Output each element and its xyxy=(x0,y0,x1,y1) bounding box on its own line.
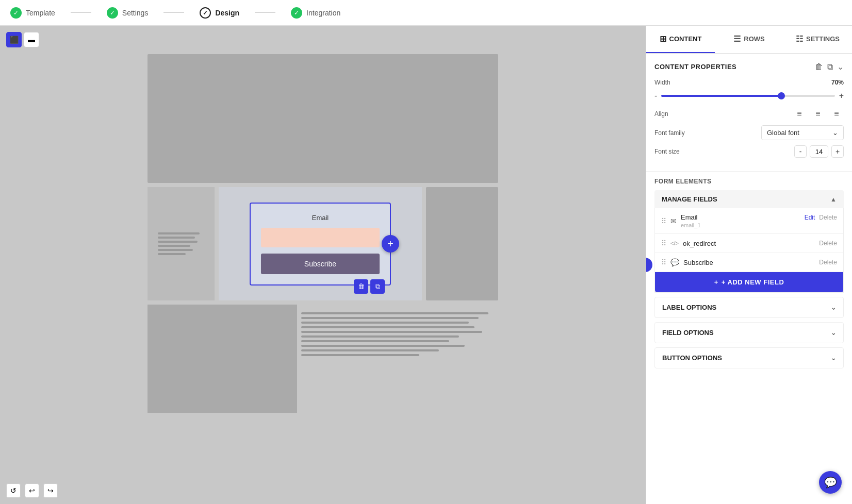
collapse-icon[interactable]: ⌄ xyxy=(837,62,844,72)
add-field-label: + ADD NEW FIELD xyxy=(722,278,784,286)
width-plus-btn[interactable]: + xyxy=(839,91,844,100)
form-element: Email Subscribe + 🗑 ⧉ xyxy=(250,203,391,285)
field-options-title: FIELD OPTIONS xyxy=(662,329,714,337)
width-slider[interactable] xyxy=(661,95,834,97)
field-subscribe-actions: Delete xyxy=(819,259,837,266)
nav-step-settings[interactable]: ✓ Settings xyxy=(107,7,149,19)
right-panel: › ⊞ CONTENT ☰ ROWS ☷ SETTINGS CONTENT PR… xyxy=(646,26,852,504)
align-right-btn[interactable]: ≡ xyxy=(829,108,844,120)
delete-icon[interactable]: 🗑 xyxy=(815,62,823,72)
width-minus-btn[interactable]: - xyxy=(654,91,657,100)
align-label: Align xyxy=(654,110,668,117)
tab-rows[interactable]: ☰ ROWS xyxy=(715,26,783,53)
form-elements-section: FORM ELEMENTS MANAGE FIELDS ▲ ⠿ ✉ Email xyxy=(646,172,852,379)
field-subscribe-delete-btn[interactable]: Delete xyxy=(819,259,837,266)
field-redirect-name: ok_redirect xyxy=(683,240,819,247)
nav-line-1 xyxy=(71,12,91,13)
font-family-label: Font family xyxy=(654,129,685,137)
field-row-email: ⠿ ✉ Email Edit Delete email_1 xyxy=(655,208,843,234)
text-line xyxy=(158,245,190,247)
tab-settings[interactable]: ☷ SETTINGS xyxy=(783,26,852,53)
width-value: 70% xyxy=(831,79,844,86)
font-size-control: - 14 + xyxy=(794,145,844,158)
chat-support-btn[interactable]: 💬 xyxy=(819,471,842,494)
label-options-header[interactable]: LABEL OPTIONS ⌄ xyxy=(655,297,843,317)
email-field-icon: ✉ xyxy=(670,217,677,225)
text-line xyxy=(301,345,465,347)
form-duplicate-btn[interactable]: ⧉ xyxy=(370,279,385,294)
canvas-bottom-img xyxy=(148,305,297,413)
text-line xyxy=(301,322,469,324)
align-left-btn[interactable]: ≡ xyxy=(792,108,807,120)
text-line xyxy=(301,335,459,338)
font-size-label: Font size xyxy=(654,148,680,155)
add-new-field-btn[interactable]: + + ADD NEW FIELD xyxy=(655,272,843,292)
chat-icon: 💬 xyxy=(824,476,837,489)
desktop-view-btn[interactable]: ⬛ xyxy=(6,32,22,47)
align-center-btn[interactable]: ≡ xyxy=(811,108,825,120)
text-line xyxy=(158,232,200,234)
font-family-chevron-icon: ⌄ xyxy=(832,129,838,137)
text-line xyxy=(158,241,198,243)
button-options-header[interactable]: BUTTON OPTIONS ⌄ xyxy=(655,348,843,368)
nav-step-template[interactable]: ✓ Template xyxy=(10,7,55,19)
field-drag-handle-subscribe[interactable]: ⠿ xyxy=(661,258,666,266)
nav-step-design[interactable]: ✓ Design xyxy=(200,7,239,19)
width-slider-container: - + xyxy=(654,91,844,100)
manage-fields-header[interactable]: MANAGE FIELDS ▲ xyxy=(654,190,844,208)
form-subscribe-btn[interactable]: Subscribe xyxy=(261,254,380,274)
tab-content-label: CONTENT xyxy=(669,35,702,43)
font-size-minus-btn[interactable]: - xyxy=(794,145,807,158)
settings-check-icon: ✓ xyxy=(107,7,118,19)
canvas-left-text xyxy=(148,187,215,300)
field-drag-handle-redirect[interactable]: ⠿ xyxy=(661,239,666,247)
width-label: Width xyxy=(654,79,670,86)
button-options-collapse-icon: ⌄ xyxy=(831,355,836,362)
font-family-select[interactable]: Global font ⌄ xyxy=(761,125,844,140)
canvas-bottom-row xyxy=(148,305,498,413)
add-element-btn[interactable]: + xyxy=(382,235,399,253)
undo-history-btn[interactable]: ↺ xyxy=(6,483,21,498)
field-drag-handle-email[interactable]: ⠿ xyxy=(661,217,666,225)
field-email-edit-btn[interactable]: Edit xyxy=(805,214,815,221)
section-action-icons: 🗑 ⧉ ⌄ xyxy=(815,62,844,72)
canvas-controls: ⬛ ▬ xyxy=(6,32,39,47)
nav-step-integration-label: Integration xyxy=(306,9,340,17)
field-options-header[interactable]: FIELD OPTIONS ⌄ xyxy=(655,323,843,343)
width-row: Width 70% xyxy=(654,79,844,86)
field-subscribe-inner: Subscribe Delete xyxy=(683,259,837,266)
tab-content[interactable]: ⊞ CONTENT xyxy=(646,26,715,53)
mobile-view-btn[interactable]: ▬ xyxy=(24,32,39,47)
undo-btn[interactable]: ↩ xyxy=(25,483,39,498)
field-redirect-delete-btn[interactable]: Delete xyxy=(819,240,837,247)
font-size-plus-btn[interactable]: + xyxy=(831,145,844,158)
field-row-redirect: ⠿ </> ok_redirect Delete xyxy=(655,234,843,253)
nav-step-integration[interactable]: ✓ Integration xyxy=(291,7,340,19)
font-family-value: Global font xyxy=(767,129,799,137)
form-action-buttons: 🗑 ⧉ xyxy=(354,279,385,294)
canvas-right-block xyxy=(426,187,498,300)
form-email-input[interactable] xyxy=(261,228,380,247)
field-email-inner: Email Edit Delete email_1 xyxy=(681,213,837,228)
redo-btn[interactable]: ↪ xyxy=(43,483,58,498)
field-email-delete-btn[interactable]: Delete xyxy=(819,214,837,221)
field-email-label-row: Email Edit Delete xyxy=(681,213,837,221)
font-family-row: Font family Global font ⌄ xyxy=(654,125,844,140)
field-options-collapse-icon: ⌄ xyxy=(831,329,836,337)
button-options-title: BUTTON OPTIONS xyxy=(662,354,722,362)
content-tab-icon: ⊞ xyxy=(660,34,666,44)
form-delete-btn[interactable]: 🗑 xyxy=(354,279,368,294)
bottom-controls: ↺ ↩ ↪ xyxy=(6,483,58,498)
text-line xyxy=(158,253,186,255)
nav-line-3 xyxy=(255,12,275,13)
form-email-label: Email xyxy=(312,214,329,222)
top-nav: ✓ Template ✓ Settings ✓ Design ✓ Integra… xyxy=(0,0,852,26)
align-row: Align ≡ ≡ ≡ xyxy=(654,108,844,120)
tab-rows-label: ROWS xyxy=(744,35,764,43)
add-field-icon: + xyxy=(714,278,718,286)
rows-tab-icon: ☰ xyxy=(733,34,741,44)
field-subscribe-label-row: Subscribe Delete xyxy=(683,259,837,266)
text-line xyxy=(301,340,449,342)
nav-step-settings-label: Settings xyxy=(122,9,149,17)
copy-icon[interactable]: ⧉ xyxy=(827,62,833,72)
